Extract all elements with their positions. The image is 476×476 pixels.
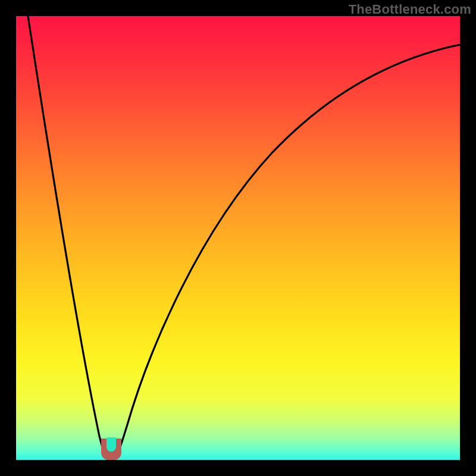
right-curve: [117, 45, 460, 456]
bottleneck-curves: [16, 16, 460, 460]
chart-plot-area: [16, 16, 460, 460]
attribution-text: TheBottleneck.com: [349, 2, 471, 17]
left-curve: [28, 16, 105, 456]
bottleneck-marker: [101, 439, 121, 460]
